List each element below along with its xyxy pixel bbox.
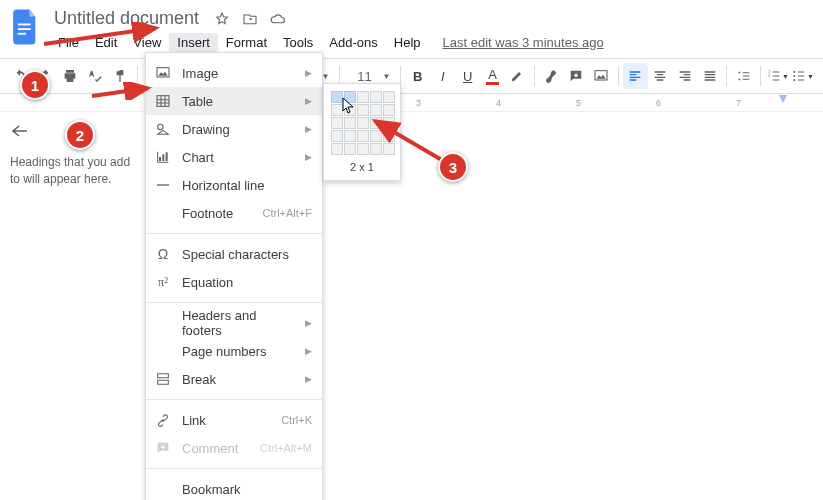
insert-menu-special-characters[interactable]: ΩSpecial characters [146,240,322,268]
insert-menu-link[interactable]: LinkCtrl+K [146,406,322,434]
menu-view[interactable]: View [125,33,169,52]
drawing-icon [154,120,172,138]
paint-format-button[interactable] [108,63,133,89]
link-icon [154,411,172,429]
text-color-button[interactable]: A [480,63,505,89]
insert-menu-bookmark[interactable]: Bookmark [146,475,322,500]
svg-point-11 [158,124,163,129]
insert-menu-break[interactable]: Break▶ [146,365,322,393]
annotation-badge-2: 2 [65,120,95,150]
ruler[interactable]: 1 2 3 4 5 6 7 [0,94,823,112]
star-icon[interactable] [213,10,231,28]
menu-edit[interactable]: Edit [87,33,125,52]
align-left-button[interactable] [623,63,648,89]
document-title[interactable]: Untitled document [50,8,203,29]
table-picker-cell[interactable] [331,117,343,129]
table-picker-cell[interactable] [383,91,395,103]
annotation-badge-1: 1 [20,70,50,100]
insert-menu-image[interactable]: Image▶ [146,59,322,87]
table-picker-cell[interactable] [370,104,382,116]
docs-logo[interactable] [8,6,44,48]
move-icon[interactable] [241,10,259,28]
insert-menu-horizontal-line[interactable]: Horizontal line [146,171,322,199]
menu-help[interactable]: Help [386,33,429,52]
insert-menu-page-numbers[interactable]: Page numbers▶ [146,337,322,365]
ruler-tick: 6 [656,98,661,108]
insert-menu-footnote[interactable]: FootnoteCtrl+Alt+F [146,199,322,227]
svg-rect-13 [162,154,164,161]
menu-addons[interactable]: Add-ons [321,33,385,52]
submenu-arrow-icon: ▶ [305,346,312,356]
line-spacing-button[interactable] [731,63,756,89]
svg-rect-10 [157,96,169,107]
align-justify-button[interactable] [697,63,722,89]
insert-menu-drawing[interactable]: Drawing▶ [146,115,322,143]
image-icon [154,64,172,82]
table-size-picker[interactable]: 2 x 1 [323,83,401,181]
cloud-status-icon[interactable] [269,10,287,28]
bold-button[interactable]: B [405,63,430,89]
table-picker-cell[interactable] [370,130,382,142]
align-right-button[interactable] [672,63,697,89]
table-picker-cell[interactable] [357,117,369,129]
table-picker-cell[interactable] [331,130,343,142]
underline-button[interactable]: U [455,63,480,89]
align-center-button[interactable] [648,63,673,89]
insert-menu-dropdown: Image▶Table▶Drawing▶Chart▶Horizontal lin… [145,52,323,500]
bulleted-list-button[interactable]: ▼ [790,63,815,89]
table-picker-cell[interactable] [344,143,356,155]
svg-point-7 [793,75,795,77]
menu-file[interactable]: File [50,33,87,52]
table-picker-cell[interactable] [357,91,369,103]
menu-item-label: Chart [182,150,295,165]
menu-item-label: Page numbers [182,344,295,359]
table-picker-cell[interactable] [370,117,382,129]
table-picker-cell[interactable] [370,91,382,103]
table-picker-cell[interactable] [370,143,382,155]
menu-insert[interactable]: Insert [169,33,218,52]
table-picker-cell[interactable] [383,143,395,155]
table-picker-cell[interactable] [357,143,369,155]
insert-menu-chart[interactable]: Chart▶ [146,143,322,171]
submenu-arrow-icon: ▶ [305,68,312,78]
table-picker-cell[interactable] [383,104,395,116]
indent-marker-right[interactable] [779,95,787,103]
menu-item-label: Table [182,94,295,109]
insert-link-button[interactable] [539,63,564,89]
print-button[interactable] [58,63,83,89]
italic-button[interactable]: I [430,63,455,89]
svg-rect-14 [166,152,168,161]
submenu-arrow-icon: ▶ [305,374,312,384]
chart-icon [154,148,172,166]
menu-format[interactable]: Format [218,33,275,52]
add-comment-button[interactable] [564,63,589,89]
insert-menu-table[interactable]: Table▶ [146,87,322,115]
menu-item-label: Headers and footers [182,308,295,338]
insert-menu-headers-and-footers[interactable]: Headers and footers▶ [146,309,322,337]
menu-tools[interactable]: Tools [275,33,321,52]
insert-image-button[interactable] [589,63,614,89]
table-picker-cell[interactable] [344,130,356,142]
table-picker-label: 2 x 1 [331,161,393,173]
table-picker-cell[interactable] [357,130,369,142]
table-picker-cell[interactable] [383,117,395,129]
ruler-tick: 7 [736,98,741,108]
menu-item-label: Drawing [182,122,295,137]
insert-menu-equation[interactable]: π²Equation [146,268,322,296]
table-picker-cell[interactable] [344,117,356,129]
footnote-icon [154,204,172,222]
menu-item-label: Comment [182,441,250,456]
table-picker-cell[interactable] [357,104,369,116]
menu-item-label: Horizontal line [182,178,312,193]
highlight-button[interactable] [505,63,530,89]
submenu-arrow-icon: ▶ [305,124,312,134]
table-picker-cell[interactable] [383,130,395,142]
spellcheck-button[interactable] [83,63,108,89]
comment-icon [154,439,172,457]
last-edit-link[interactable]: Last edit was 3 minutes ago [443,35,604,50]
numbered-list-button[interactable]: 12▼ [765,63,790,89]
submenu-arrow-icon: ▶ [305,152,312,162]
cursor-icon [342,97,356,115]
font-size-select[interactable]: 11▼ [344,69,396,84]
table-picker-cell[interactable] [331,143,343,155]
